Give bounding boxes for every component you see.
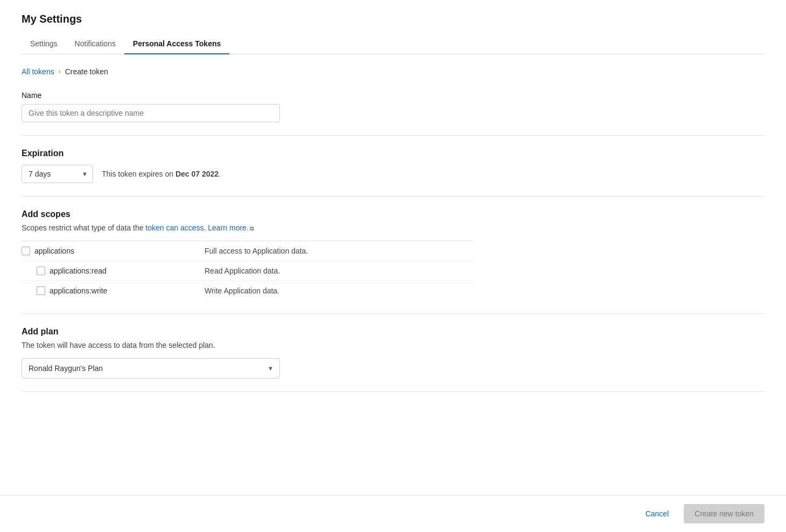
- tab-notifications[interactable]: Notifications: [66, 34, 124, 54]
- breadcrumb: All tokens › Create token: [22, 67, 764, 76]
- plan-title: Add plan: [22, 327, 764, 337]
- expiration-select-wrapper: 7 days 30 days 60 days 90 days Custom No…: [22, 165, 93, 183]
- page-title: My Settings: [22, 13, 764, 25]
- tab-settings[interactable]: Settings: [22, 34, 66, 54]
- plan-select[interactable]: Ronald Raygun's Plan: [22, 358, 280, 379]
- scope-desc-applications-read: Read Application data.: [205, 267, 474, 275]
- tabs-bar: Settings Notifications Personal Access T…: [22, 34, 764, 54]
- plan-section: Add plan The token will have access to d…: [22, 327, 764, 379]
- expiration-select[interactable]: 7 days 30 days 60 days 90 days Custom No…: [22, 165, 93, 183]
- breadcrumb-current: Create token: [65, 67, 108, 76]
- scope-checkbox-applications-read[interactable]: [37, 267, 45, 275]
- breadcrumb-all-tokens[interactable]: All tokens: [22, 67, 54, 76]
- scopes-section: Add scopes Scopes restrict what type of …: [22, 209, 764, 300]
- plan-select-wrapper: Ronald Raygun's Plan ▼: [22, 358, 280, 379]
- expiration-section: Expiration 7 days 30 days 60 days 90 day…: [22, 149, 764, 183]
- divider-4: [22, 391, 764, 392]
- expiration-note: This token expires on Dec 07 2022.: [102, 170, 221, 178]
- scopes-title: Add scopes: [22, 209, 764, 219]
- name-section: Name: [22, 91, 764, 122]
- plan-description: The token will have access to data from …: [22, 341, 764, 349]
- create-token-button[interactable]: Create new token: [684, 504, 764, 523]
- external-link-icon: ⧉: [250, 225, 254, 232]
- breadcrumb-separator: ›: [59, 68, 61, 75]
- scope-label-applications-read: applications:read: [50, 267, 107, 275]
- divider-2: [22, 196, 764, 197]
- scope-row-applications-write: applications:write Write Application dat…: [22, 281, 474, 300]
- scope-desc-applications-write: Write Application data.: [205, 286, 474, 295]
- scopes-description: Scopes restrict what type of data the to…: [22, 223, 764, 232]
- name-label: Name: [22, 91, 764, 100]
- scopes-table: applications Full access to Application …: [22, 241, 474, 300]
- divider-1: [22, 135, 764, 136]
- token-can-access-link[interactable]: token can access: [145, 223, 203, 232]
- tab-personal-access-tokens[interactable]: Personal Access Tokens: [124, 34, 229, 54]
- scope-checkbox-applications[interactable]: [22, 247, 30, 255]
- scope-label-applications-write: applications:write: [50, 286, 107, 295]
- scope-checkbox-applications-write[interactable]: [37, 286, 45, 295]
- scope-label-applications: applications: [34, 247, 74, 255]
- divider-3: [22, 313, 764, 314]
- expiration-date: Dec 07 2022: [176, 170, 219, 178]
- scope-desc-applications: Full access to Application data.: [205, 247, 474, 255]
- scope-row-applications-read: applications:read Read Application data.: [22, 261, 474, 281]
- token-name-input[interactable]: [22, 104, 280, 122]
- expiration-title: Expiration: [22, 149, 764, 158]
- learn-more-link[interactable]: Learn more.: [208, 223, 248, 232]
- scope-row-applications: applications Full access to Application …: [22, 241, 474, 261]
- footer-actions: Cancel Create new token: [0, 495, 786, 532]
- cancel-button[interactable]: Cancel: [637, 504, 678, 523]
